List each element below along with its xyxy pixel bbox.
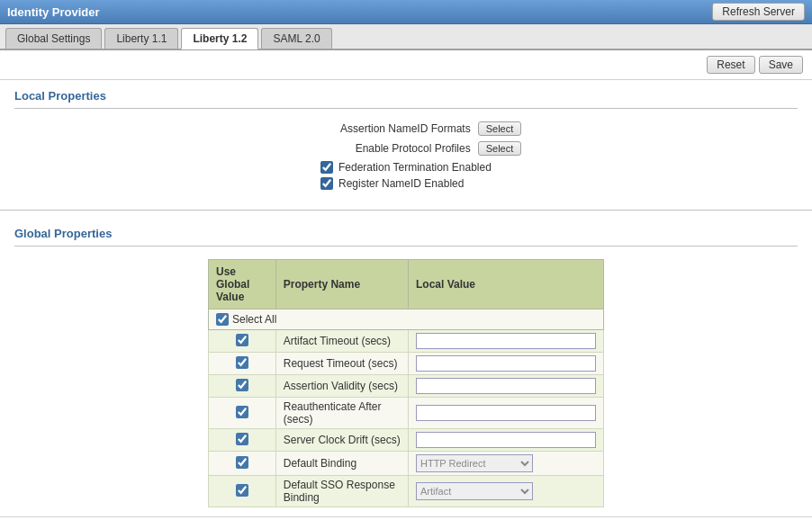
local-value-cell: Artifact HTTP POST HTTP Redirect	[408, 476, 603, 507]
select-all-cell: Select All	[209, 309, 604, 330]
local-value-input-2[interactable]	[416, 378, 596, 394]
select-all-label[interactable]: Select All	[216, 313, 596, 326]
col-header-property-name: Property Name	[275, 260, 408, 309]
tab-liberty-1-2[interactable]: Liberty 1.2	[181, 28, 258, 49]
assertion-nameid-label: Assertion NameID Formats	[291, 122, 471, 135]
col-header-use-global: Use GlobalValue	[209, 260, 276, 309]
local-properties-title: Local Properties	[14, 89, 798, 109]
property-name-cell: Request Timeout (secs)	[275, 353, 408, 375]
use-global-cell	[209, 330, 276, 353]
local-value-cell	[408, 353, 603, 375]
bottom-toolbar: Reset Save	[0, 516, 812, 520]
tab-saml-2-0[interactable]: SAML 2.0	[261, 28, 331, 49]
table-row: Request Timeout (secs)	[209, 353, 604, 375]
federation-termination-checkbox[interactable]	[320, 161, 333, 174]
register-nameid-checkbox[interactable]	[320, 177, 333, 190]
local-value-cell	[408, 398, 603, 429]
register-nameid-label: Register NameID Enabled	[338, 177, 464, 190]
assertion-nameid-select-button[interactable]: Select	[478, 121, 522, 136]
local-value-input-1[interactable]	[416, 355, 596, 372]
row-checkbox-2[interactable]	[236, 379, 248, 391]
use-global-cell	[209, 429, 276, 452]
enable-protocol-row: Enable Protocol Profiles Select	[14, 141, 798, 156]
reset-button-top[interactable]: Reset	[707, 56, 754, 74]
table-row: Default SSO ResponseBinding Artifact HTT…	[209, 476, 604, 507]
table-row: Assertion Validity (secs)	[209, 375, 604, 398]
local-value-input-0[interactable]	[416, 333, 596, 349]
tab-global-settings[interactable]: Global Settings	[5, 28, 102, 49]
use-global-cell	[209, 398, 276, 429]
row-checkbox-1[interactable]	[236, 356, 248, 369]
enable-protocol-label: Enable Protocol Profiles	[291, 142, 471, 155]
table-row: Reauthenticate After(secs)	[209, 398, 604, 429]
tab-liberty-1-1[interactable]: Liberty 1.1	[104, 28, 178, 49]
global-properties-table: Use GlobalValue Property Name Local Valu…	[208, 259, 604, 507]
top-toolbar: Reset Save	[0, 50, 812, 80]
save-button-top[interactable]: Save	[759, 56, 803, 74]
local-value-cell	[408, 429, 603, 452]
local-value-cell	[408, 375, 603, 398]
tab-bar: Global Settings Liberty 1.1 Liberty 1.2 …	[0, 24, 812, 50]
assertion-nameid-row: Assertion NameID Formats Select	[14, 121, 798, 136]
row-checkbox-5[interactable]	[236, 456, 248, 469]
row-checkbox-6[interactable]	[236, 484, 248, 497]
property-name-cell: Artifact Timeout (secs)	[275, 330, 408, 353]
use-global-cell	[209, 476, 276, 507]
register-nameid-row: Register NameID Enabled	[14, 177, 798, 190]
local-properties-section: Local Properties Assertion NameID Format…	[0, 80, 812, 202]
use-global-cell	[209, 353, 276, 375]
table-row: Artifact Timeout (secs)	[209, 330, 604, 353]
local-value-input-4[interactable]	[416, 432, 596, 448]
table-row: Server Clock Drift (secs)	[209, 429, 604, 452]
refresh-server-button[interactable]: Refresh Server	[712, 3, 805, 21]
property-name-cell: Default SSO ResponseBinding	[275, 476, 408, 507]
local-properties-table: Assertion NameID Formats Select Enable P…	[14, 121, 798, 156]
use-global-cell	[209, 375, 276, 398]
enable-protocol-select-button[interactable]: Select	[478, 141, 522, 156]
global-properties-section: Global Properties Use GlobalValue Proper…	[0, 218, 812, 516]
federation-termination-label: Federation Termination Enabled	[338, 161, 492, 174]
page-title: Identity Provider	[7, 5, 100, 19]
select-all-checkbox[interactable]	[216, 313, 229, 326]
use-global-cell	[209, 452, 276, 476]
global-properties-title: Global Properties	[14, 227, 798, 247]
row-checkbox-4[interactable]	[236, 433, 248, 445]
col-header-local-value: Local Value	[408, 260, 603, 309]
row-checkbox-3[interactable]	[236, 406, 248, 418]
default-sso-response-binding-select[interactable]: Artifact HTTP POST HTTP Redirect	[416, 482, 533, 500]
property-name-cell: Reauthenticate After(secs)	[275, 398, 408, 429]
select-all-row: Select All	[209, 309, 604, 330]
federation-termination-row: Federation Termination Enabled	[14, 161, 798, 174]
default-binding-select[interactable]: HTTP Redirect HTTP POST Artifact	[416, 454, 533, 472]
property-name-cell: Server Clock Drift (secs)	[275, 429, 408, 452]
local-value-cell	[408, 330, 603, 353]
property-name-cell: Assertion Validity (secs)	[275, 375, 408, 398]
table-row: Default Binding HTTP Redirect HTTP POST …	[209, 452, 604, 476]
row-checkbox-0[interactable]	[236, 334, 248, 346]
table-header-row: Use GlobalValue Property Name Local Valu…	[209, 260, 604, 309]
local-value-cell: HTTP Redirect HTTP POST Artifact	[408, 452, 603, 476]
header: Identity Provider Refresh Server	[0, 0, 812, 24]
section-divider	[0, 210, 812, 211]
local-value-input-3[interactable]	[416, 405, 596, 421]
property-name-cell: Default Binding	[275, 452, 408, 476]
